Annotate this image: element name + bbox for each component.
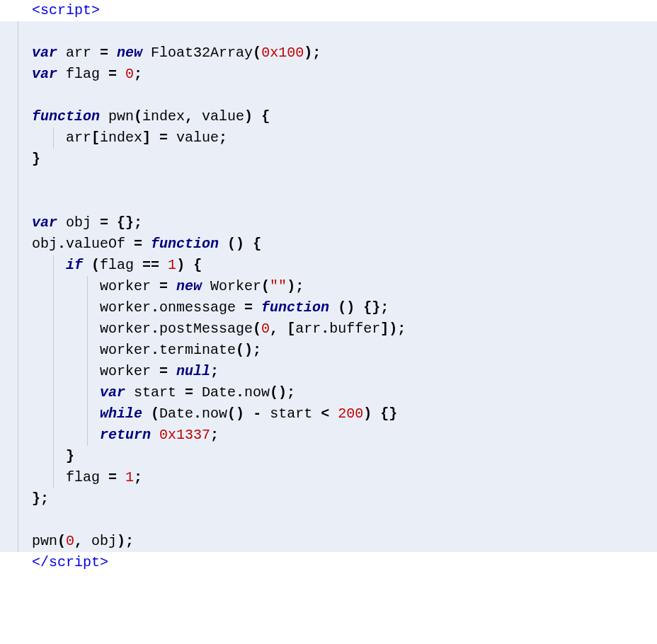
token-num: 1 <box>125 469 134 485</box>
token-id: flag <box>57 66 108 82</box>
token-punct: ( <box>91 257 100 273</box>
token-op: = <box>159 130 168 146</box>
token-id <box>329 406 338 422</box>
token-kw: if <box>66 257 83 273</box>
token-punct: {}; <box>363 299 389 316</box>
token-op: - <box>253 406 261 422</box>
token-punct: . <box>193 406 202 422</box>
indent-guide <box>53 297 54 318</box>
code-line: arr[index] = value; <box>0 127 657 149</box>
indent-guide <box>87 340 88 361</box>
indent-guide <box>18 297 18 318</box>
token-id: worker <box>32 299 151 316</box>
token-id <box>278 321 287 337</box>
token-id: postMessage <box>159 321 253 337</box>
indent-guide <box>87 382 88 403</box>
token-tag: <script> <box>32 2 100 18</box>
token-id <box>168 278 176 294</box>
indent-guide <box>18 234 18 255</box>
token-punct: [ <box>91 130 100 146</box>
token-id <box>83 257 91 273</box>
token-tag: </script <box>32 554 100 570</box>
token-op: = <box>134 236 142 252</box>
token-punct: ; <box>210 363 219 379</box>
token-punct: }; <box>32 490 49 507</box>
token-op: = <box>244 299 253 316</box>
indent-guide <box>87 403 88 425</box>
indent-guide <box>53 255 54 276</box>
token-kw: var <box>32 66 57 82</box>
token-punct: {}; <box>117 214 142 231</box>
token-punct: { <box>253 236 261 252</box>
indent-guide <box>18 467 18 488</box>
token-id: index <box>142 108 185 125</box>
indent-guide <box>53 318 54 340</box>
token-op: < <box>321 406 329 422</box>
token-punct: { <box>193 257 202 273</box>
code-line: var start = Date.now(); <box>0 382 657 403</box>
token-num: 0x100 <box>261 45 304 61</box>
token-punct: ; <box>210 427 219 443</box>
token-id <box>108 214 117 231</box>
indent-guide <box>53 382 54 403</box>
token-op: = <box>100 214 108 231</box>
token-id: start <box>261 406 321 422</box>
token-op: = <box>100 45 108 61</box>
indent-guide <box>18 403 18 425</box>
indent-guide <box>18 276 18 297</box>
token-id: Float32Array <box>142 45 253 61</box>
code-line: function pwn(index, value) { <box>0 106 657 127</box>
indent-guide <box>53 340 54 361</box>
token-id: obj <box>32 236 57 252</box>
token-punct: ( <box>261 278 270 294</box>
token-punct: ; <box>219 130 227 146</box>
token-kw: return <box>100 427 151 443</box>
indent-guide <box>87 425 88 446</box>
token-id: worker <box>32 278 159 294</box>
token-id: now <box>244 384 270 401</box>
code-line: worker.terminate(); <box>0 340 657 361</box>
token-id <box>244 406 253 422</box>
token-kw: var <box>32 214 57 231</box>
token-id: arr <box>295 321 321 337</box>
token-punct: ( <box>57 533 66 549</box>
indent-guide <box>53 467 54 488</box>
token-punct: { <box>261 108 270 125</box>
token-id: buffer <box>329 321 380 337</box>
token-punct: (); <box>270 384 295 401</box>
token-id: arr <box>32 130 91 146</box>
token-id: valueOf <box>66 236 134 252</box>
token-kw: var <box>100 384 125 401</box>
token-id: now <box>202 406 227 422</box>
code-line <box>0 85 657 106</box>
token-id <box>32 406 100 422</box>
token-punct: ( <box>253 321 261 337</box>
token-id <box>151 427 159 443</box>
token-punct: . <box>151 321 159 337</box>
token-punct: ) <box>244 108 253 125</box>
indent-guide <box>87 361 88 382</box>
token-id <box>329 299 338 316</box>
indent-guide <box>18 318 18 340</box>
code-line: if (flag == 1) { <box>0 255 657 276</box>
token-op: == <box>142 257 159 273</box>
token-id <box>185 257 193 273</box>
token-id <box>142 406 151 422</box>
token-str: "" <box>270 278 287 294</box>
token-id <box>32 448 66 464</box>
token-id: obj <box>83 533 117 549</box>
code-line: } <box>0 149 657 170</box>
token-num: 0 <box>66 533 74 549</box>
token-punct: () <box>338 299 355 316</box>
token-num: 0 <box>261 321 270 337</box>
token-tag: > <box>100 554 108 570</box>
token-id: flag <box>32 469 108 485</box>
indent-guide <box>87 297 88 318</box>
token-id <box>32 257 66 273</box>
indent-guide <box>87 276 88 297</box>
token-punct: , <box>185 108 193 125</box>
token-punct: () <box>227 236 244 252</box>
token-kw: null <box>176 363 210 379</box>
token-kw: while <box>100 406 142 422</box>
token-op: = <box>159 278 168 294</box>
